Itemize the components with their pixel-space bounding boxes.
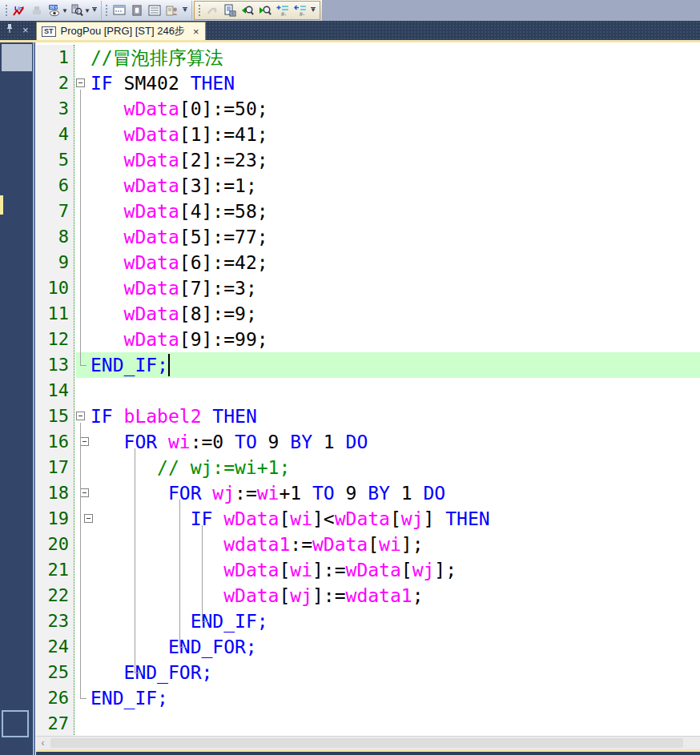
watch-window-icon[interactable] (111, 2, 128, 19)
statement-list-icon[interactable] (146, 2, 163, 19)
code-token-kw: FOR (124, 432, 158, 452)
code-token-kw: TO (235, 432, 257, 452)
code-token-pl: ; (412, 585, 424, 606)
code-token-pl: [4]:=58; (179, 201, 268, 222)
bottom-bar (36, 752, 700, 755)
code-line[interactable]: // wj:=wi+1; (76, 455, 700, 480)
tab-close-icon[interactable]: × (193, 26, 199, 38)
toolbar-group: ▼ (102, 1, 192, 20)
code-line[interactable]: wData[3]:=1; (76, 173, 700, 199)
code-line[interactable]: wData[6]:=42; (76, 250, 700, 275)
cross-reference-icon[interactable] (163, 2, 181, 19)
toolbar-grip-handle[interactable] (104, 3, 108, 18)
line-number: 2 (36, 70, 74, 96)
code-line[interactable]: IF wData[wi]<wData[wj] THEN (76, 506, 700, 532)
scroll-left-arrow-icon[interactable]: ‹ (36, 737, 50, 749)
device-display-icon[interactable]: DEV (46, 2, 63, 19)
code-token-var: wData (124, 201, 179, 222)
toolbar-overflow-icon[interactable]: ▼ (309, 7, 317, 14)
code-token-pl: [ (401, 560, 412, 580)
toolbar-grip-handle[interactable] (4, 3, 8, 18)
hide-comment-icon[interactable]: #- (292, 2, 309, 19)
code-line[interactable]: wData[5]:=77; (76, 224, 700, 250)
code-line[interactable]: //冒泡排序算法 (76, 45, 700, 70)
chevron-down-icon[interactable]: ▼ (84, 7, 91, 14)
code-token-pl (157, 432, 168, 452)
code-line[interactable]: wData[1]:=41; (76, 122, 700, 147)
code-line[interactable]: FOR wi:=0 TO 9 BY 1 DO (76, 429, 700, 455)
show-comment-icon[interactable]: #- (274, 2, 292, 19)
code-line[interactable]: END_FOR; (76, 660, 700, 685)
find-previous-icon[interactable] (239, 2, 256, 19)
device-search-icon[interactable] (68, 2, 86, 19)
code-token-var: wData (346, 560, 401, 580)
io-wiring-icon[interactable]: I/o (10, 2, 28, 19)
code-area[interactable]: //冒泡排序算法IF SM402 THENwData[0]:=50;wData[… (76, 45, 700, 737)
horizontal-scrollbar[interactable]: ‹ (36, 736, 700, 749)
code-line[interactable]: wdata1:=wData[wi]; (76, 532, 700, 557)
code-line[interactable]: IF SM402 THEN (76, 70, 700, 96)
code-line[interactable]: END_IF; (76, 352, 700, 378)
code-token-pl: 1 (312, 432, 346, 452)
code-token-var: wj (412, 560, 435, 580)
code-line[interactable]: END_IF; (76, 608, 700, 634)
code-token-kw: END_IF; (91, 688, 168, 709)
code-token-com: // wj:=wi+1; (157, 457, 290, 478)
code-token-var: wData (124, 227, 179, 247)
navigate-icon[interactable] (203, 2, 221, 19)
code-line[interactable]: wData[9]:=99; (76, 327, 700, 352)
code-token-kw: IF (91, 73, 113, 94)
line-number: 16 (36, 429, 74, 455)
code-token-pl: 1 (390, 483, 424, 504)
code-line[interactable]: wData[wj]:=wdata1; (76, 583, 700, 608)
code-line[interactable]: END_FOR; (76, 634, 700, 660)
code-token-var: wData (124, 329, 179, 350)
toolbar-grip-handle[interactable] (197, 3, 201, 18)
st-language-icon: ST (42, 26, 56, 37)
module-config-icon[interactable] (128, 2, 146, 19)
pin-icon[interactable] (5, 23, 14, 38)
code-line[interactable]: wData[0]:=50; (76, 96, 700, 122)
line-number: 24 (36, 634, 74, 660)
code-line[interactable]: wData[8]:=9; (76, 301, 700, 327)
program-info-icon[interactable] (221, 2, 239, 19)
line-number: 11 (36, 301, 74, 327)
code-token-var: wi (290, 508, 312, 529)
code-token-kw: END_IF; (91, 355, 168, 375)
code-token-var: wi (379, 534, 401, 555)
code-token-var: wData (335, 508, 390, 529)
code-token-pl: :=0 (191, 432, 235, 452)
close-panel-icon[interactable]: × (22, 23, 29, 38)
code-line[interactable]: wData[2]:=23; (76, 147, 700, 173)
code-line[interactable] (76, 711, 700, 737)
line-number: 1 (36, 45, 74, 70)
chevron-down-icon[interactable]: ▼ (62, 7, 68, 14)
code-line[interactable]: wData[wi]:=wData[wj]; (76, 557, 700, 583)
code-line[interactable]: wData[7]:=3; (76, 275, 700, 301)
side-panel-marker (0, 195, 3, 215)
st-code-editor[interactable]: 1234567891011121314151617181920212223242… (36, 42, 700, 755)
collapsed-side-panel[interactable] (0, 42, 35, 755)
code-line[interactable]: wData[4]:=58; (76, 199, 700, 224)
code-line[interactable]: FOR wj:=wi+1 TO 9 BY 1 DO (76, 480, 700, 506)
code-line[interactable]: IF bLabel2 THEN (76, 404, 700, 429)
code-line[interactable] (76, 378, 700, 404)
panel-buttons: × (5, 23, 29, 38)
toolbar-strip: I/oDEV▼▼▼▼#-#-▼ (0, 0, 322, 21)
toolbar-overflow-icon[interactable]: ▼ (91, 7, 99, 14)
toolbar-overflow-icon[interactable]: ▼ (181, 7, 189, 14)
line-number: 21 (36, 557, 74, 583)
find-next-icon[interactable] (256, 2, 274, 19)
tab-progpou[interactable]: ST ProgPou [PRG] [ST] 246步 × (36, 22, 206, 40)
code-token-pl: ]; (434, 560, 457, 580)
svg-text:DEV: DEV (50, 6, 58, 10)
code-token-var: wData (312, 534, 368, 555)
code-token-pl: 9 (257, 432, 291, 452)
write-disabled-icon[interactable] (28, 2, 46, 19)
code-token-pl: [3]:=1; (179, 175, 257, 196)
code-token-var: wData (124, 175, 179, 196)
scrollbar-thumb[interactable] (50, 738, 683, 748)
code-token-kw: DO (424, 483, 446, 504)
code-line[interactable]: END_IF; (76, 685, 700, 711)
code-token-pl: [ (390, 508, 401, 529)
